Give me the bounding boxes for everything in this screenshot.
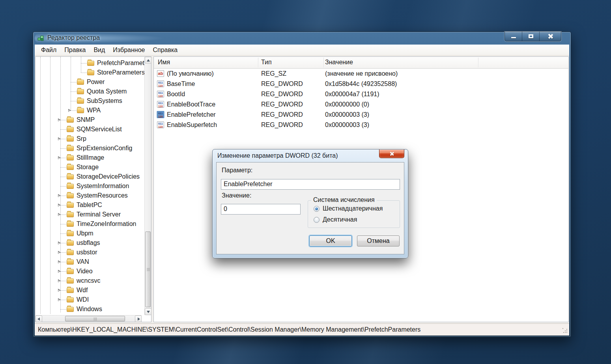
dword-value-icon: 011110 — [157, 91, 164, 97]
tree-item-wdf[interactable]: Wdf — [36, 286, 144, 295]
minimize-icon — [511, 37, 516, 38]
scroll-right-button[interactable] — [135, 315, 142, 322]
expand-arrow-icon[interactable] — [58, 298, 61, 302]
tree-item-srpextensionconfig[interactable]: SrpExtensionConfig — [36, 144, 144, 153]
vertical-scroll-thumb[interactable] — [145, 231, 151, 307]
column-header-type[interactable]: Тип — [261, 59, 272, 66]
tree-item-storage[interactable]: Storage — [36, 162, 144, 172]
radio-decimal[interactable]: Десятичная — [314, 217, 357, 223]
radio-unselected-icon[interactable] — [314, 217, 320, 223]
expand-arrow-icon[interactable] — [58, 156, 61, 160]
expand-arrow-icon[interactable] — [58, 260, 61, 264]
tree-item-usbflags[interactable]: usbflags — [36, 238, 144, 248]
expand-arrow-icon[interactable] — [58, 241, 61, 245]
title-bar[interactable]: Редактор реестра — [33, 32, 571, 45]
tree-item-tabletpc[interactable]: TabletPC — [36, 200, 144, 210]
resize-grip-icon[interactable] — [562, 328, 568, 334]
expand-arrow-icon[interactable] — [58, 213, 61, 217]
radio-hexadecimal[interactable]: Шестнадцатеричная — [314, 205, 383, 212]
folder-icon — [67, 155, 74, 161]
column-header-value[interactable]: Значение — [325, 59, 353, 66]
expand-arrow-icon[interactable] — [68, 109, 71, 112]
ok-button[interactable]: OK — [309, 235, 352, 246]
column-separator[interactable] — [478, 58, 478, 67]
status-bar: Компьютер\HKEY_LOCAL_MACHINE\SYSTEM\Curr… — [35, 323, 569, 336]
tree-item-van[interactable]: VAN — [36, 257, 144, 267]
value-row-basetime[interactable]: 011110 BaseTime REG_DWORD 0x1d58b44c (49… — [154, 79, 568, 89]
tree-item-wdi[interactable]: WDI — [36, 295, 144, 304]
value-row-enablesuperfetch[interactable]: 011110 EnableSuperfetch REG_DWORD 0x0000… — [154, 120, 568, 130]
tree-item-prefetchparameters[interactable]: PrefetchParameters — [36, 58, 144, 68]
tree-item-srp[interactable]: Srp — [36, 134, 144, 144]
arrow-right-icon — [138, 317, 140, 321]
param-name-field[interactable]: EnablePrefetcher — [221, 179, 400, 190]
tree-item-subsystems[interactable]: SubSystems — [36, 96, 144, 106]
tree-item-quota-system[interactable]: Quota System — [36, 87, 144, 96]
cancel-button[interactable]: Отмена — [357, 235, 400, 246]
list-header: Имя Тип Значение — [154, 57, 568, 69]
value-row-default[interactable]: ab (По умолчанию) REG_SZ (значение не пр… — [154, 69, 568, 79]
tree-item-wcncsvc[interactable]: wcncsvc — [36, 276, 144, 286]
registry-tree-panel: PrefetchParameters StoreParameters Power… — [35, 56, 151, 322]
tree-view: PrefetchParameters StoreParameters Power… — [36, 57, 144, 315]
tree-item-terminal-server[interactable]: Terminal Server — [36, 210, 144, 219]
expand-arrow-icon[interactable] — [58, 137, 61, 141]
tree-item-storeparameters[interactable]: StoreParameters — [36, 68, 144, 77]
minimize-button[interactable] — [505, 32, 522, 41]
radio-selected-icon[interactable] — [314, 206, 320, 212]
folder-icon — [67, 241, 74, 246]
param-label: Параметр: — [222, 167, 252, 174]
menu-edit[interactable]: Правка — [60, 45, 90, 55]
folder-icon — [67, 259, 74, 265]
folder-icon — [67, 127, 74, 132]
folder-icon — [67, 118, 74, 123]
scroll-up-button[interactable] — [145, 57, 151, 63]
column-separator[interactable] — [323, 58, 324, 67]
expand-arrow-icon[interactable] — [58, 251, 61, 254]
close-button[interactable] — [540, 32, 561, 41]
expand-arrow-icon[interactable] — [58, 118, 61, 122]
expand-arrow-icon[interactable] — [58, 194, 61, 198]
column-header-name[interactable]: Имя — [158, 59, 170, 66]
dialog-close-button[interactable] — [379, 149, 404, 158]
folder-icon — [87, 61, 94, 66]
folder-icon — [67, 203, 74, 208]
folder-icon — [67, 307, 74, 312]
menu-help[interactable]: Справка — [149, 45, 181, 55]
value-row-enableprefetcher[interactable]: 011110 EnablePrefetcher REG_DWORD 0x0000… — [154, 110, 568, 120]
menu-view[interactable]: Вид — [90, 45, 109, 55]
scroll-down-button[interactable] — [145, 308, 151, 315]
value-row-bootid[interactable]: 011110 BootId REG_DWORD 0x000004a7 (1191… — [154, 89, 568, 99]
tree-item-wpa[interactable]: WPA — [36, 106, 144, 115]
tree-item-video[interactable]: Video — [36, 267, 144, 276]
scroll-left-button[interactable] — [36, 315, 42, 322]
tree-horizontal-scrollbar[interactable] — [36, 315, 142, 322]
column-separator[interactable] — [258, 58, 258, 67]
value-input[interactable]: 0 — [221, 204, 301, 215]
tree-item-ubpm[interactable]: Ubpm — [36, 229, 144, 238]
tree-item-sqmservicelist[interactable]: SQMServiceList — [36, 125, 144, 134]
tree-item-windows[interactable]: Windows — [36, 304, 144, 314]
tree-item-usbstor[interactable]: usbstor — [36, 248, 144, 257]
tree-item-systemresources[interactable]: SystemResources — [36, 191, 144, 200]
menu-file[interactable]: Файл — [37, 45, 60, 55]
tree-item-timezoneinformation[interactable]: TimeZoneInformation — [36, 219, 144, 229]
folder-icon — [77, 99, 84, 104]
expand-arrow-icon[interactable] — [58, 203, 61, 207]
tree-item-power[interactable]: Power — [36, 77, 144, 87]
maximize-button[interactable] — [522, 32, 540, 41]
folder-icon — [67, 222, 74, 227]
tree-item-systeminformation[interactable]: SystemInformation — [36, 181, 144, 191]
regedit-icon — [37, 35, 45, 42]
tree-vertical-scrollbar[interactable] — [144, 57, 151, 315]
value-row-enableboottrace[interactable]: 011110 EnableBootTrace REG_DWORD 0x00000… — [154, 99, 568, 110]
expand-arrow-icon[interactable] — [58, 270, 61, 273]
expand-arrow-icon[interactable] — [58, 279, 61, 283]
tree-item-stillimage[interactable]: StillImage — [36, 153, 144, 162]
tree-item-snmp[interactable]: SNMP — [36, 115, 144, 125]
expand-arrow-icon[interactable] — [58, 289, 61, 292]
horizontal-scroll-thumb[interactable] — [65, 316, 125, 321]
maximize-icon — [529, 34, 533, 38]
menu-favorites[interactable]: Избранное — [109, 45, 149, 55]
tree-item-storagedevicepolicies[interactable]: StorageDevicePolicies — [36, 172, 144, 181]
